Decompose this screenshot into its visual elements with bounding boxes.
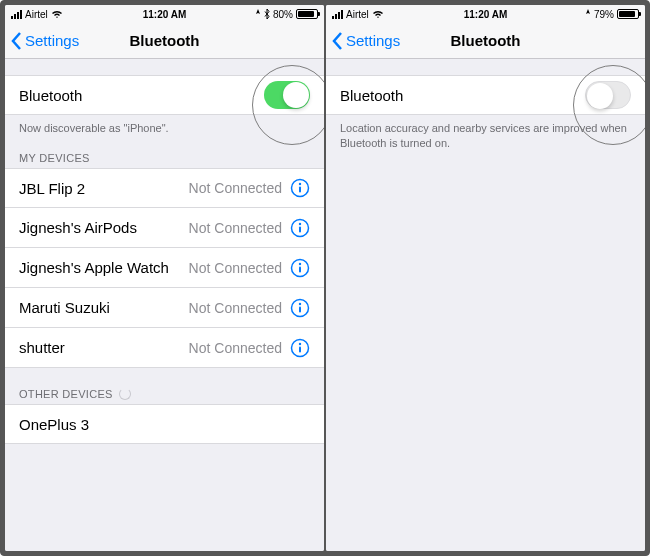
bluetooth-switch[interactable]	[264, 81, 310, 109]
device-name: shutter	[19, 339, 189, 356]
svg-point-1	[299, 183, 301, 185]
my-devices-header: MY DEVICES	[5, 146, 324, 168]
status-bar: Airtel 11:20 AM 79%	[326, 5, 645, 23]
device-name: OnePlus 3	[19, 416, 310, 433]
phone-screen-bluetooth-on: Airtel 11:20 AM 80% Settings Bluetooth	[5, 5, 324, 551]
back-button[interactable]: Settings	[5, 32, 79, 50]
info-button[interactable]	[290, 258, 310, 278]
device-row[interactable]: Jignesh's AirPods Not Connected	[5, 208, 324, 248]
info-button[interactable]	[290, 338, 310, 358]
device-row[interactable]: Maruti Suzuki Not Connected	[5, 288, 324, 328]
clock: 11:20 AM	[464, 9, 508, 20]
svg-rect-5	[299, 226, 301, 232]
info-icon	[290, 218, 310, 238]
info-button[interactable]	[290, 298, 310, 318]
svg-point-7	[299, 263, 301, 265]
back-button[interactable]: Settings	[326, 32, 400, 50]
bluetooth-label: Bluetooth	[340, 87, 585, 104]
info-button[interactable]	[290, 218, 310, 238]
device-status: Not Connected	[189, 220, 282, 236]
other-devices-label: OTHER DEVICES	[19, 388, 113, 400]
svg-point-10	[299, 303, 301, 305]
device-status: Not Connected	[189, 180, 282, 196]
page-title: Bluetooth	[451, 32, 521, 49]
info-icon	[290, 298, 310, 318]
bluetooth-switch[interactable]	[585, 81, 631, 109]
signal-icon	[332, 10, 343, 19]
battery-percent: 80%	[273, 9, 293, 20]
navigation-icon	[585, 9, 591, 19]
nav-bar: Settings Bluetooth	[5, 23, 324, 59]
content-area: Bluetooth Now discoverable as "iPhone". …	[5, 59, 324, 551]
device-row[interactable]: shutter Not Connected	[5, 328, 324, 368]
carrier-label: Airtel	[25, 9, 48, 20]
device-name: Jignesh's AirPods	[19, 219, 189, 236]
info-button[interactable]	[290, 178, 310, 198]
other-device-row[interactable]: OnePlus 3	[5, 404, 324, 444]
content-area: Bluetooth Location accuracy and nearby s…	[326, 59, 645, 551]
svg-rect-2	[299, 187, 301, 193]
bluetooth-off-note: Location accuracy and nearby services ar…	[326, 115, 645, 162]
bluetooth-icon	[264, 9, 270, 19]
wifi-icon	[372, 10, 384, 19]
discoverable-note: Now discoverable as "iPhone".	[5, 115, 324, 146]
battery-icon	[617, 9, 639, 19]
back-label: Settings	[346, 32, 400, 49]
back-label: Settings	[25, 32, 79, 49]
navigation-icon	[255, 9, 261, 19]
status-bar: Airtel 11:20 AM 80%	[5, 5, 324, 23]
svg-rect-14	[299, 346, 301, 352]
device-name: JBL Flip 2	[19, 180, 189, 197]
info-icon	[290, 178, 310, 198]
info-icon	[290, 338, 310, 358]
bluetooth-toggle-cell[interactable]: Bluetooth	[326, 75, 645, 115]
device-status: Not Connected	[189, 260, 282, 276]
other-devices-header: OTHER DEVICES	[5, 368, 324, 404]
page-title: Bluetooth	[130, 32, 200, 49]
device-status: Not Connected	[189, 300, 282, 316]
device-name: Jignesh's Apple Watch	[19, 259, 189, 276]
clock: 11:20 AM	[143, 9, 187, 20]
spinner-icon	[119, 388, 131, 400]
battery-percent: 79%	[594, 9, 614, 20]
svg-rect-8	[299, 266, 301, 272]
chevron-left-icon	[332, 32, 343, 50]
battery-icon	[296, 9, 318, 19]
svg-rect-11	[299, 306, 301, 312]
signal-icon	[11, 10, 22, 19]
info-icon	[290, 258, 310, 278]
svg-point-4	[299, 223, 301, 225]
bluetooth-toggle-cell[interactable]: Bluetooth	[5, 75, 324, 115]
svg-point-13	[299, 343, 301, 345]
device-status: Not Connected	[189, 340, 282, 356]
device-row[interactable]: JBL Flip 2 Not Connected	[5, 168, 324, 208]
device-name: Maruti Suzuki	[19, 299, 189, 316]
bluetooth-label: Bluetooth	[19, 87, 264, 104]
phone-screen-bluetooth-off: Airtel 11:20 AM 79% Settings Bluetooth	[326, 5, 645, 551]
carrier-label: Airtel	[346, 9, 369, 20]
device-row[interactable]: Jignesh's Apple Watch Not Connected	[5, 248, 324, 288]
chevron-left-icon	[11, 32, 22, 50]
wifi-icon	[51, 10, 63, 19]
nav-bar: Settings Bluetooth	[326, 23, 645, 59]
